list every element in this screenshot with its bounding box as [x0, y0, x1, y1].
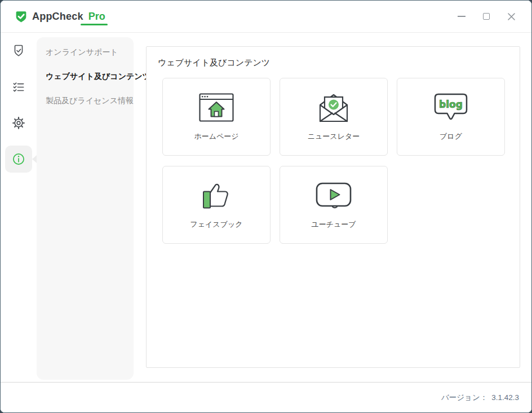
- sidebar: オンラインサポート ウェブサイト及びコンテンツ 製品及びライセンス情報: [37, 37, 134, 380]
- appcheck-shield-logo-icon: [14, 10, 28, 24]
- card-youtube[interactable]: ユーチューブ: [280, 166, 388, 244]
- version-value: 3.1.42.3: [491, 393, 519, 402]
- maximize-icon: [483, 13, 490, 20]
- body: オンラインサポート ウェブサイト及びコンテンツ 製品及びライセンス情報 ウェブサ…: [1, 33, 531, 382]
- sidebar-item-website-contents[interactable]: ウェブサイト及びコンテンツ: [37, 64, 134, 89]
- titlebar: AppCheck Pro: [1, 1, 531, 33]
- card-newsletter[interactable]: ニュースレター: [280, 78, 388, 156]
- app-name: AppCheck: [32, 11, 83, 23]
- blog-bubble-text: blog: [439, 99, 463, 110]
- page-title: ウェブサイト及びコンテンツ: [158, 58, 520, 68]
- sidebar-item-product-license[interactable]: 製品及びライセンス情報: [37, 89, 134, 113]
- icon-rail: [1, 33, 37, 382]
- newsletter-envelope-icon: [316, 78, 352, 131]
- close-icon: [507, 12, 516, 21]
- info-icon: [11, 152, 26, 166]
- homepage-browser-icon: [199, 78, 234, 131]
- shield-check-icon: [11, 43, 26, 58]
- rail-item-settings[interactable]: [5, 109, 32, 137]
- maximize-button[interactable]: [474, 5, 499, 28]
- rail-item-tasks[interactable]: [5, 73, 32, 100]
- facebook-like-icon: [201, 166, 232, 219]
- minimize-button[interactable]: [449, 5, 474, 28]
- rail-item-info[interactable]: [5, 146, 32, 173]
- link-cards: ホームページ: [162, 78, 520, 244]
- window-controls: [449, 5, 524, 28]
- card-label: ブログ: [440, 131, 462, 142]
- card-facebook[interactable]: フェイスブック: [162, 166, 271, 244]
- content-panel: ウェブサイト及びコンテンツ: [146, 46, 520, 368]
- footer: バージョン： 3.1.42.3: [1, 382, 531, 412]
- close-button[interactable]: [499, 5, 524, 28]
- card-label: ホームページ: [194, 131, 238, 142]
- task-list-icon: [11, 80, 26, 94]
- settings-gear-icon: [11, 116, 26, 130]
- minimize-icon: [458, 16, 466, 17]
- card-homepage[interactable]: ホームページ: [162, 78, 271, 156]
- version-label: バージョン：: [441, 393, 487, 403]
- card-label: ニュースレター: [308, 131, 360, 142]
- blog-speech-bubble-icon: blog: [433, 78, 468, 131]
- card-label: ユーチューブ: [311, 219, 356, 230]
- appcheck-window: AppCheck Pro: [0, 0, 532, 413]
- content-area: ウェブサイト及びコンテンツ: [134, 33, 532, 382]
- app-logo: AppCheck Pro: [14, 10, 105, 24]
- app-edition: Pro: [88, 11, 105, 23]
- card-label: フェイスブック: [190, 219, 242, 230]
- card-blog[interactable]: blog ブログ: [397, 78, 505, 156]
- youtube-play-icon: [315, 166, 352, 219]
- rail-item-protection[interactable]: [5, 37, 32, 64]
- sidebar-item-online-support[interactable]: オンラインサポート: [37, 40, 134, 64]
